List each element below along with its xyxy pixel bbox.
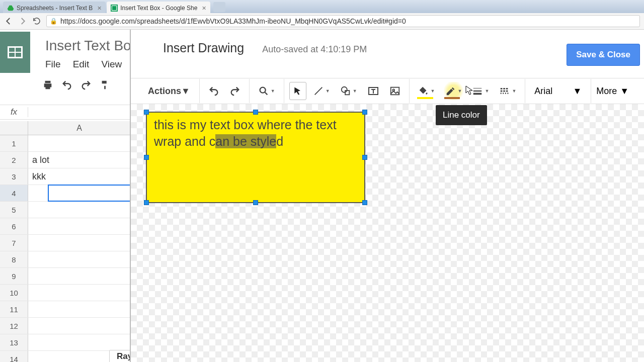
sheets-logo[interactable]	[0, 32, 30, 73]
row-header[interactable]: 9	[0, 268, 28, 284]
row-header[interactable]: 10	[0, 285, 28, 301]
sheets-toolbar	[42, 79, 111, 90]
line-tool[interactable]: ▼	[309, 82, 334, 100]
row-header[interactable]: 3	[0, 168, 28, 185]
print-icon[interactable]	[42, 79, 53, 90]
drawing-canvas[interactable]: this is my text box where the text wrap …	[131, 104, 644, 362]
resize-handle[interactable]	[253, 110, 258, 115]
drawing-toolbar: Actions▼ ▼ ▼ ▼ ▼ ▼ ▼ ▼ Arial▼ More▼	[131, 78, 644, 104]
resize-handle[interactable]	[253, 200, 258, 205]
actions-menu[interactable]: Actions▼	[144, 86, 194, 97]
cell[interactable]	[28, 185, 48, 201]
cell[interactable]	[28, 235, 131, 251]
zoom-button[interactable]: ▼	[255, 82, 279, 100]
row-header[interactable]: 6	[0, 218, 28, 234]
redo-button[interactable]	[226, 82, 244, 100]
image-tool[interactable]	[386, 82, 404, 100]
cell[interactable]	[28, 334, 131, 350]
tab-title: Spreadsheets - Insert Text B	[17, 5, 93, 12]
cell[interactable]	[28, 135, 131, 151]
row-header[interactable]: 2	[0, 152, 28, 168]
reload-button[interactable]	[32, 17, 41, 26]
menu-edit[interactable]: Edit	[73, 59, 90, 70]
row-header[interactable]: 14	[0, 351, 28, 362]
row-header[interactable]: 13	[0, 334, 28, 350]
browser-tab-strip: Spreadsheets - Insert Text B ✕ Insert Te…	[0, 0, 644, 13]
cell[interactable]	[28, 202, 131, 218]
sheets-favicon	[111, 5, 118, 12]
menu-bar: File Edit View	[45, 59, 122, 70]
resize-handle[interactable]	[144, 200, 149, 205]
column-headers: A	[0, 121, 131, 135]
active-cell[interactable]	[48, 185, 131, 201]
row-header[interactable]: 11	[0, 301, 28, 317]
new-tab-button[interactable]	[213, 2, 225, 12]
row-header[interactable]: 8	[0, 251, 28, 267]
selected-text: an be style	[215, 134, 276, 148]
row-header[interactable]: 4	[0, 185, 28, 201]
menu-view[interactable]: View	[101, 59, 122, 70]
row-header[interactable]: 12	[0, 318, 28, 334]
undo-button[interactable]	[205, 82, 223, 100]
cell[interactable]	[28, 318, 131, 334]
row-header[interactable]: 5	[0, 202, 28, 218]
textbox-tool[interactable]	[364, 82, 383, 100]
undo-icon[interactable]	[61, 79, 72, 90]
row-header[interactable]: 1	[0, 135, 28, 151]
tab-close-icon[interactable]: ✕	[97, 5, 102, 12]
back-button[interactable]	[4, 17, 13, 26]
cell[interactable]	[28, 268, 131, 284]
resize-handle[interactable]	[362, 155, 367, 160]
paint-format-icon[interactable]	[100, 79, 111, 90]
menu-file[interactable]: File	[45, 59, 61, 70]
select-all-corner[interactable]	[0, 121, 28, 135]
textbox-text[interactable]: this is my text box where the text wrap …	[154, 118, 337, 148]
forward-button[interactable]	[18, 17, 27, 26]
cell[interactable]: a lot	[28, 152, 131, 168]
select-tool[interactable]	[289, 82, 306, 100]
svg-marker-0	[8, 6, 14, 11]
tab-close-icon[interactable]: ✕	[202, 5, 206, 12]
drawing-dialog: Insert Drawing Auto-saved at 4:10:19 PM …	[130, 30, 644, 362]
cell[interactable]	[28, 218, 131, 234]
drive-favicon	[7, 5, 14, 12]
save-and-close-button[interactable]: Save & Close	[567, 44, 640, 66]
redo-icon[interactable]	[80, 79, 92, 90]
browser-tab-active[interactable]: Insert Text Box - Google She ✕	[107, 2, 210, 13]
browser-address-bar: 🔒 https://docs.google.com/spreadsheets/d…	[0, 13, 644, 30]
cell[interactable]: kkk	[28, 168, 131, 185]
line-dash-button[interactable]: ▼	[496, 82, 520, 100]
tooltip: Line color	[436, 105, 487, 125]
autosave-status: Auto-saved at 4:10:19 PM	[262, 44, 367, 55]
sheets-logo-icon	[8, 46, 23, 58]
formula-bar[interactable]: fx	[0, 105, 131, 120]
cell[interactable]	[28, 285, 131, 301]
resize-handle[interactable]	[144, 155, 149, 160]
resize-handle[interactable]	[362, 110, 367, 115]
fill-color-button[interactable]: ▼	[415, 82, 439, 100]
drawing-title: Insert Drawing	[163, 41, 244, 55]
more-button[interactable]: More▼	[596, 86, 629, 97]
fx-label: fx	[0, 107, 28, 117]
url-text: https://docs.google.com/spreadsheets/d/1…	[60, 17, 406, 25]
shape-tool[interactable]: ▼	[337, 82, 361, 100]
text-box-shape[interactable]: this is my text box where the text wrap …	[146, 112, 365, 203]
cell[interactable]	[28, 301, 131, 317]
line-color-button[interactable]: ▼	[442, 82, 466, 100]
document-title[interactable]: Insert Text Bo	[45, 38, 131, 54]
svg-rect-7	[390, 87, 399, 95]
spreadsheet-rows: 1 2a lot 3kkk 4 5 6 7 8 9 10 11 12 13 14	[0, 135, 131, 362]
url-input[interactable]: 🔒 https://docs.google.com/spreadsheets/d…	[46, 15, 640, 27]
font-selector[interactable]: Arial▼	[530, 86, 586, 97]
resize-handle[interactable]	[144, 110, 149, 115]
browser-tab-inactive[interactable]: Spreadsheets - Insert Text B ✕	[3, 2, 106, 13]
cell[interactable]	[28, 251, 131, 267]
column-header-a[interactable]: A	[28, 121, 131, 135]
line-weight-button[interactable]: ▼	[468, 82, 493, 100]
drawing-header: Insert Drawing Auto-saved at 4:10:19 PM	[163, 41, 367, 55]
resize-handle[interactable]	[362, 200, 367, 205]
svg-point-4	[341, 87, 347, 93]
svg-point-3	[260, 87, 266, 93]
row-header[interactable]: 7	[0, 235, 28, 251]
tab-title: Insert Text Box - Google She	[120, 5, 197, 12]
